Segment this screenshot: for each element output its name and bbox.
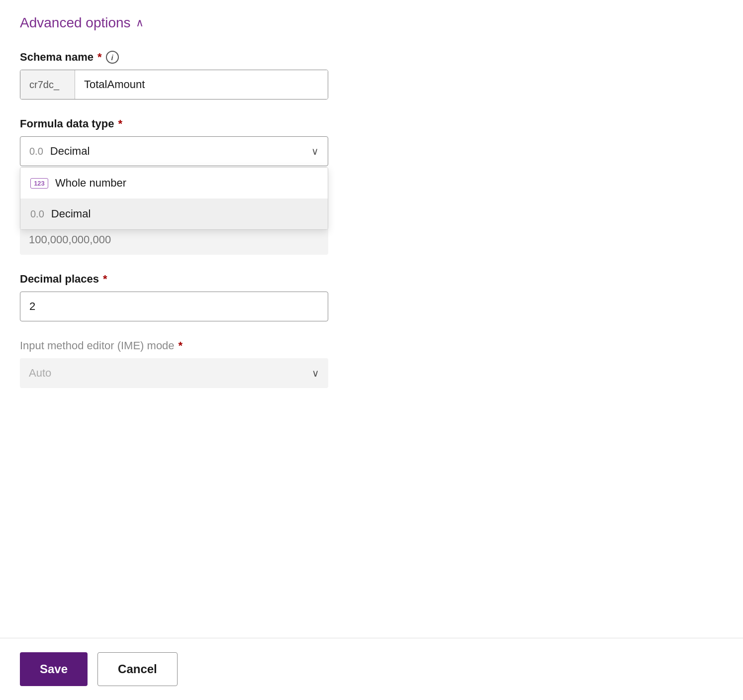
schema-prefix: cr7dc_ [20,70,75,99]
ime-mode-label: Input method editor (IME) mode * [20,339,428,352]
formula-data-type-menu: 123 Whole number 0.0 Decimal [20,167,328,230]
dropdown-option-whole-number[interactable]: 123 Whole number [20,168,328,199]
whole-number-icon: 123 [30,178,48,189]
decimal-places-required: * [103,273,107,286]
formula-data-type-dropdown[interactable]: 0.0 Decimal ∨ [20,136,328,166]
schema-name-required: * [97,51,102,64]
decimal-places-section: Decimal places * [20,273,428,321]
formula-data-type-required: * [118,117,122,130]
schema-name-field: cr7dc_ [20,70,328,100]
formula-data-type-dropdown-container: 0.0 Decimal ∨ 123 Whole number 0.0 Decim… [20,136,328,166]
decimal-places-label: Decimal places * [20,273,428,286]
schema-name-label: Schema name * i [20,51,428,64]
decimal-label: Decimal [51,207,91,220]
decimal-places-input[interactable] [20,292,328,321]
ime-mode-placeholder: Auto [29,367,51,380]
decimal-type-icon: 0.0 [30,208,44,220]
decimal-selected-icon: 0.0 [29,146,43,157]
schema-name-info-icon[interactable]: i [106,51,119,64]
dropdown-chevron-icon: ∨ [311,145,319,157]
schema-name-input[interactable] [75,70,328,99]
cancel-button[interactable]: Cancel [97,652,178,686]
advanced-options-label: Advanced options [20,15,131,31]
formula-data-type-section: Formula data type * 0.0 Decimal ∨ 123 Wh… [20,117,428,166]
advanced-options-chevron-icon: ∧ [136,17,144,28]
ime-mode-required: * [179,339,183,352]
advanced-options-header[interactable]: Advanced options ∧ [20,15,428,31]
dropdown-option-decimal[interactable]: 0.0 Decimal [20,199,328,229]
schema-name-section: Schema name * i cr7dc_ [20,51,428,100]
ime-mode-section: Input method editor (IME) mode * Auto ∨ [20,339,428,388]
save-button[interactable]: Save [20,652,88,686]
ime-mode-dropdown[interactable]: Auto ∨ [20,358,328,388]
formula-data-type-label: Formula data type * [20,117,428,130]
ime-mode-chevron-icon: ∨ [312,367,319,379]
footer: Save Cancel [0,638,743,700]
dropdown-selected-content: 0.0 Decimal [29,145,90,158]
dropdown-selected-label: Decimal [50,145,90,158]
whole-number-label: Whole number [55,177,126,190]
